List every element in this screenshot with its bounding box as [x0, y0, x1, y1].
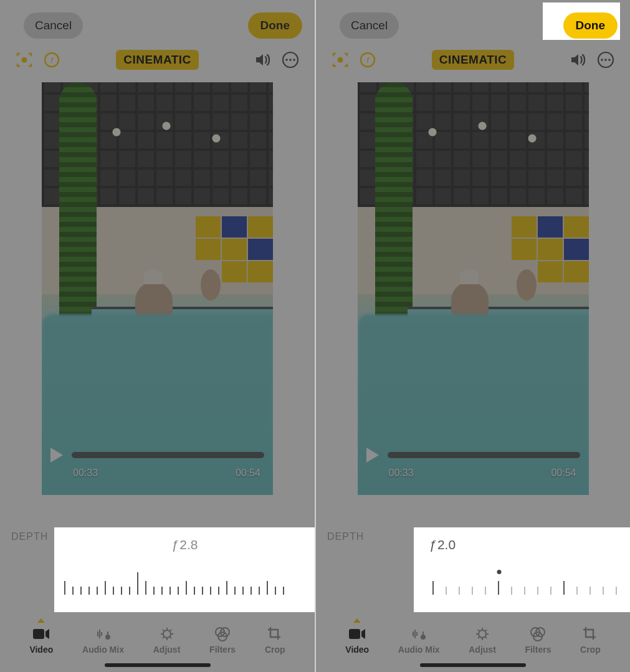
video-icon: [32, 626, 50, 642]
filters-icon: [213, 626, 232, 642]
crop-icon: [581, 626, 599, 642]
tab-label: Filters: [209, 645, 236, 655]
svg-point-5: [289, 59, 292, 61]
svg-point-0: [22, 57, 27, 63]
home-indicator: [420, 663, 526, 667]
time-row: 00:33 00:54: [389, 468, 576, 479]
depth-row: DEPTH ƒ2.0: [316, 496, 630, 612]
tab-adjust[interactable]: Adjust: [153, 626, 181, 655]
tab-label: Audio Mix: [82, 645, 124, 655]
scrubber[interactable]: [388, 452, 580, 458]
home-indicator: [105, 663, 211, 667]
filters-icon: [528, 626, 547, 642]
tab-adjust[interactable]: Adjust: [469, 626, 496, 655]
tab-label: Audio Mix: [398, 645, 440, 655]
tab-label: Video: [29, 645, 53, 655]
tab-label: Video: [345, 645, 369, 655]
video-preview[interactable]: 00:33 00:54: [356, 81, 590, 496]
tab-label: Adjust: [153, 645, 181, 655]
tab-video[interactable]: Video: [345, 626, 369, 655]
top-bar: Cancel Done: [0, 0, 315, 45]
tab-label: Crop: [580, 645, 601, 655]
svg-point-19: [608, 59, 611, 61]
svg-point-9: [163, 630, 171, 638]
cinematic-badge[interactable]: CINEMATIC: [432, 50, 515, 70]
fstop-value: ƒ2.8: [171, 537, 198, 552]
video-icon: [348, 626, 366, 642]
icon-bar: f CINEMATIC: [316, 45, 630, 70]
time-current: 00:33: [73, 468, 98, 479]
volume-icon[interactable]: [254, 50, 272, 69]
fstop-value: ƒ2.0: [429, 537, 456, 552]
svg-point-18: [604, 59, 607, 61]
svg-point-4: [285, 59, 288, 61]
phone-right: Cancel Done f CINEMATIC 00:33 00:54: [315, 0, 630, 672]
tab-video[interactable]: Video: [29, 626, 53, 655]
time-current: 00:33: [389, 468, 414, 479]
tab-label: Crop: [265, 645, 285, 655]
svg-point-21: [421, 635, 426, 640]
cancel-button[interactable]: Cancel: [24, 12, 83, 39]
done-button[interactable]: Done: [563, 12, 618, 39]
tab-crop[interactable]: Crop: [580, 626, 601, 655]
tab-filters[interactable]: Filters: [209, 626, 236, 655]
active-tab-dot-icon: [37, 618, 45, 623]
icon-bar: f CINEMATIC: [0, 45, 315, 70]
svg-text:f: f: [366, 55, 370, 65]
done-button[interactable]: Done: [248, 12, 303, 39]
tab-crop[interactable]: Crop: [265, 626, 285, 655]
svg-text:f: f: [50, 55, 54, 65]
audiomix-icon: [94, 626, 113, 642]
tab-label: Filters: [525, 645, 551, 655]
time-total: 00:54: [236, 468, 260, 479]
tab-filters[interactable]: Filters: [525, 626, 551, 655]
crop-icon: [265, 626, 284, 642]
svg-point-22: [479, 630, 486, 638]
more-icon[interactable]: [596, 50, 615, 69]
depth-slider[interactable]: [429, 569, 624, 598]
depth-label: DEPTH: [11, 527, 48, 542]
volume-icon[interactable]: [569, 50, 588, 69]
bottom-tabs: VideoAudio MixAdjustFiltersCrop: [0, 626, 315, 655]
play-icon[interactable]: [50, 448, 63, 463]
time-total: 00:54: [551, 468, 576, 479]
active-tab-dot-icon: [353, 618, 361, 623]
depth-slider[interactable]: [60, 569, 308, 598]
time-row: 00:33 00:54: [73, 468, 260, 479]
aperture-icon[interactable]: f: [358, 50, 377, 69]
play-icon[interactable]: [366, 448, 379, 463]
bottom-tabs: VideoAudio MixAdjustFiltersCrop: [316, 626, 630, 655]
video-preview[interactable]: 00:33 00:54: [41, 81, 274, 496]
scrubber-row: [50, 448, 264, 463]
more-icon[interactable]: [281, 50, 300, 69]
tab-audiomix[interactable]: Audio Mix: [398, 626, 440, 655]
phone-left: Cancel Done f CINEMATIC 00:33 00:54: [0, 0, 315, 672]
scrubber-row: [366, 448, 580, 463]
adjust-icon: [158, 626, 176, 642]
svg-rect-7: [33, 629, 44, 639]
focus-mode-icon[interactable]: [15, 50, 34, 69]
depth-row: DEPTH ƒ2.8: [0, 496, 315, 612]
cancel-button[interactable]: Cancel: [340, 12, 399, 39]
depth-label: DEPTH: [327, 527, 364, 542]
tab-audiomix[interactable]: Audio Mix: [82, 626, 124, 655]
svg-point-6: [293, 59, 295, 61]
cinematic-badge[interactable]: CINEMATIC: [116, 50, 199, 70]
audiomix-icon: [409, 626, 428, 642]
svg-rect-20: [349, 629, 360, 639]
aperture-icon[interactable]: f: [42, 50, 61, 69]
svg-point-13: [338, 57, 343, 63]
svg-point-8: [105, 635, 110, 640]
focus-mode-icon[interactable]: [331, 50, 350, 69]
adjust-icon: [473, 626, 492, 642]
center-dot-icon: [497, 570, 501, 574]
scrubber[interactable]: [72, 452, 264, 458]
tab-label: Adjust: [469, 645, 496, 655]
svg-point-17: [601, 59, 603, 61]
depth-control[interactable]: ƒ2.8: [54, 527, 315, 612]
depth-control[interactable]: ƒ2.0: [414, 527, 630, 612]
